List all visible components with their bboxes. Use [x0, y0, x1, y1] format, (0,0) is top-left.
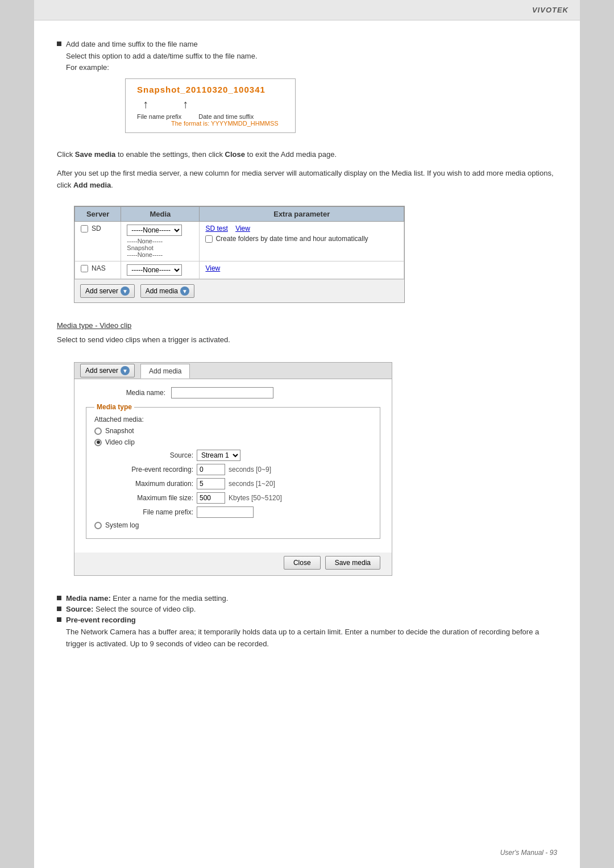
- media-type-section: Media type - Video clip: [57, 321, 557, 332]
- radio-snapshot-row: Snapshot: [94, 427, 372, 435]
- create-folders-label: Create folders by date time and hour aut…: [215, 235, 368, 243]
- media-type-legend: Media type: [94, 403, 134, 411]
- label-datetime: Date and time suffix: [198, 113, 254, 120]
- example-box: Snapshot_20110320_100341 ↑ ↑ File name p…: [125, 78, 296, 133]
- radio-videoclip-label: Video clip: [105, 438, 135, 446]
- bullet-pre-event: Pre-event recording: [57, 616, 557, 624]
- radio-snapshot[interactable]: [94, 427, 102, 435]
- save-media-button[interactable]: Save media: [325, 556, 380, 570]
- max-filesize-label: Maximum file size:: [108, 494, 193, 502]
- source-row: Source: Stream 1 Stream 2: [108, 450, 372, 461]
- videoclip-params: Source: Stream 1 Stream 2 Pre-event reco…: [108, 450, 372, 518]
- bullet-source: Source: Select the source of video clip.: [57, 605, 557, 613]
- col-extra: Extra parameter: [200, 207, 404, 222]
- bullet-media-name: Media name: Enter a name for the media s…: [57, 594, 557, 603]
- indent-line2: For example:: [66, 62, 557, 73]
- fileprefix-input[interactable]: [197, 506, 254, 518]
- paragraph1-bold1: Save media: [75, 150, 116, 159]
- max-duration-label: Maximum duration:: [108, 480, 193, 488]
- arrow-prefix: ↑: [143, 98, 148, 111]
- radio-videoclip[interactable]: [94, 439, 102, 446]
- radio-systemlog[interactable]: [94, 522, 102, 529]
- max-filesize-row: Maximum file size: Kbytes [50~5120]: [108, 492, 372, 504]
- table-row-sd: SD -----None----- Snapshot -----None----…: [75, 222, 404, 261]
- max-duration-hint: seconds [1~20]: [229, 480, 275, 488]
- nas-media-select[interactable]: -----None-----: [127, 264, 182, 276]
- paragraph1: Click Save media to enable the settings,…: [57, 149, 557, 161]
- attached-media-label: Attached media:: [94, 416, 372, 423]
- media-type-fieldset: Media type Attached media: Snapshot Vide…: [86, 403, 380, 539]
- table-footer-buttons: Add server ▼ Add media ▼: [74, 279, 404, 302]
- bullet-icon-3: [57, 617, 61, 622]
- max-duration-input[interactable]: [197, 478, 225, 489]
- sd-media-select[interactable]: -----None----- Snapshot: [127, 225, 182, 236]
- media-name-input[interactable]: [171, 387, 273, 398]
- paragraph2-bold: Add media: [73, 181, 111, 189]
- col-server: Server: [75, 207, 121, 222]
- sd-view-link[interactable]: View: [235, 225, 250, 232]
- dialog-add-server-icon: ▼: [121, 366, 130, 375]
- bullet-source-text: Source: Select the source of video clip.: [66, 605, 196, 613]
- media-table: Server Media Extra parameter SD: [74, 206, 404, 279]
- arrow-datetime: ↑: [182, 98, 188, 111]
- max-duration-row: Maximum duration: seconds [1~20]: [108, 478, 372, 489]
- close-button[interactable]: Close: [284, 556, 321, 570]
- pre-event-row: Pre-event recording: seconds [0~9]: [108, 464, 372, 475]
- add-media-button[interactable]: Add media ▼: [140, 284, 194, 298]
- sd-checkbox[interactable]: [81, 225, 88, 232]
- add-media-icon: ▼: [180, 286, 189, 296]
- dialog-body: Media name: Media type Attached media: S…: [74, 379, 392, 553]
- nas-label: NAS: [92, 264, 106, 272]
- bullet-icon-1: [57, 596, 61, 600]
- max-filesize-input[interactable]: [197, 492, 225, 504]
- add-server-label: Add server: [85, 287, 118, 295]
- label-format: The format is: YYYYMMDD_HHMMSS: [171, 120, 284, 127]
- dialog-tab-bar: Add server ▼ Add media: [74, 363, 392, 379]
- brand-name: VIVOTEK: [532, 6, 569, 14]
- bottom-bullets: Media name: Enter a name for the media s…: [57, 594, 557, 650]
- bullet-pre-event-text: Pre-event recording: [66, 616, 136, 624]
- radio-videoclip-row: Video clip: [94, 438, 372, 446]
- media-type-description: Select to send video clips when a trigge…: [57, 334, 557, 346]
- footer-text: User's Manual - 93: [500, 849, 557, 857]
- dropdown-none-option: -----None-----: [127, 238, 193, 244]
- dialog-add-server-btn[interactable]: Add server ▼: [80, 364, 135, 377]
- sd-test-link[interactable]: SD test: [205, 225, 227, 232]
- media-table-wrapper: Server Media Extra parameter SD: [74, 206, 405, 303]
- bullet-icon-2: [57, 607, 61, 611]
- header-bar: VIVOTEK: [34, 0, 580, 20]
- dropdown-snapshot-option: Snapshot: [127, 244, 193, 251]
- paragraph2: After you set up the first media server,…: [57, 168, 557, 192]
- example-filename: Snapshot_20110320_100341: [137, 85, 284, 94]
- bullet-media-name-text: Media name: Enter a name for the media s…: [66, 594, 228, 603]
- source-label: Source:: [108, 451, 193, 459]
- section-date-suffix: Add date and time suffix to the file nam…: [57, 40, 557, 139]
- pre-event-paragraph: The Network Camera has a buffer area; it…: [66, 626, 557, 650]
- add-server-button[interactable]: Add server ▼: [80, 284, 135, 298]
- nas-view-link[interactable]: View: [205, 264, 220, 272]
- add-server-icon: ▼: [121, 286, 130, 296]
- table-row-nas: NAS -----None----- View: [75, 261, 404, 279]
- footer-bar: User's Manual - 93: [500, 849, 557, 857]
- pre-event-hint: seconds [0~9]: [229, 466, 271, 474]
- media-name-row: Media name:: [86, 387, 380, 398]
- add-media-dialog: Add server ▼ Add media Media name: Media…: [74, 362, 392, 576]
- bullet-text: Add date and time suffix to the file nam…: [66, 40, 198, 48]
- sd-label: SD: [92, 225, 101, 232]
- source-select[interactable]: Stream 1 Stream 2: [197, 450, 240, 461]
- add-media-label: Add media: [146, 287, 178, 295]
- radio-snapshot-label: Snapshot: [105, 427, 134, 435]
- radio-systemlog-label: System log: [105, 521, 139, 529]
- dialog-footer: Close Save media: [74, 553, 392, 575]
- media-type-title: Media type - Video clip: [57, 321, 131, 330]
- dropdown-none2-option: -----None-----: [127, 251, 193, 258]
- dialog-add-server-label: Add server: [85, 367, 118, 375]
- indent-line1: Select this option to add a date/time su…: [66, 51, 557, 62]
- pre-event-input[interactable]: [197, 464, 225, 475]
- nas-checkbox[interactable]: [81, 265, 88, 272]
- fileprefix-label: File name prefix:: [108, 508, 193, 516]
- media-name-label: Media name:: [86, 389, 165, 397]
- tab-add-media[interactable]: Add media: [140, 364, 190, 379]
- create-folders-checkbox[interactable]: [205, 235, 213, 243]
- paragraph1-bold2: Close: [225, 150, 245, 159]
